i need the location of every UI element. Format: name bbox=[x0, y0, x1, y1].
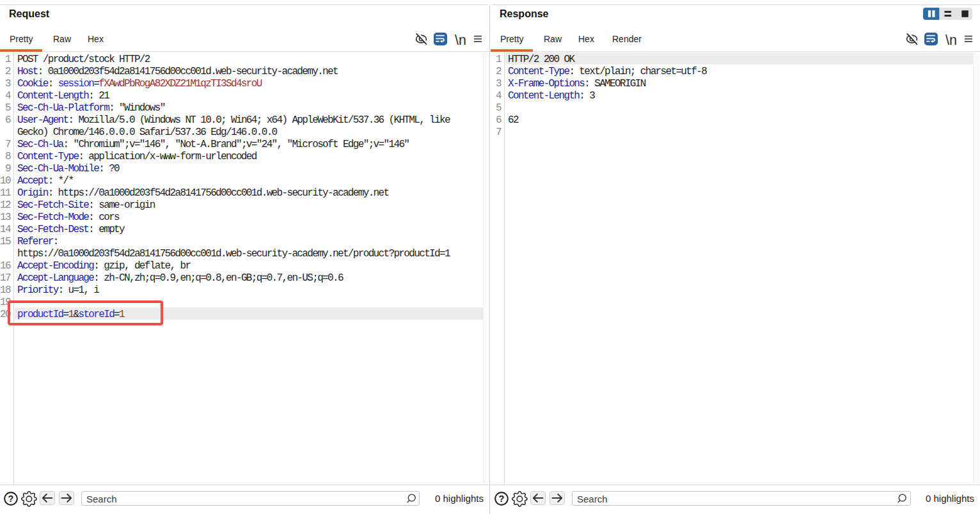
svg-text:?: ? bbox=[499, 494, 505, 504]
svg-text:?: ? bbox=[8, 494, 14, 504]
